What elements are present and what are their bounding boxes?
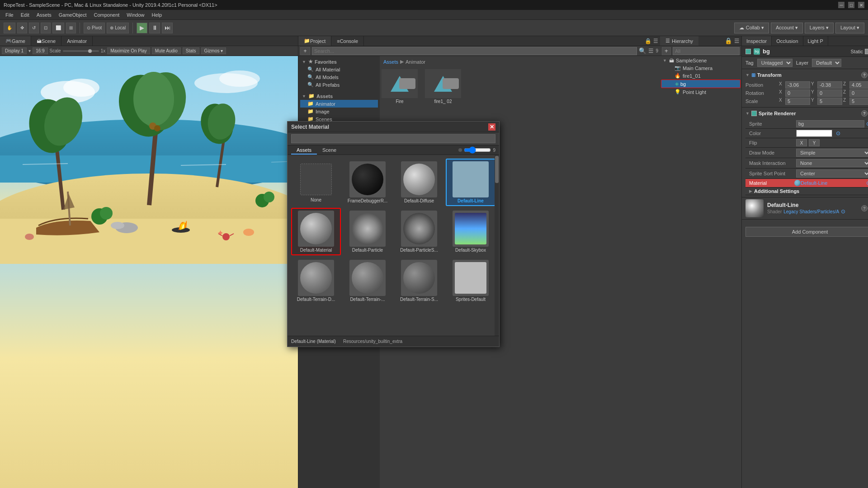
tab-inspector[interactable]: Inspector <box>742 36 772 46</box>
mat-item-terrain-s[interactable]: Default-Terrain-S... <box>394 257 444 305</box>
add-component-btn[interactable]: Add Component <box>745 227 868 237</box>
material-picker-icon[interactable]: ⊙ <box>866 180 868 186</box>
hier-item-bg[interactable]: ◈ bg <box>661 80 741 88</box>
modal-close-btn[interactable]: ✕ <box>488 123 495 131</box>
sprite-value[interactable]: bg <box>796 120 864 127</box>
scale-slider[interactable] <box>63 50 99 52</box>
flip-x-btn[interactable]: X <box>796 139 807 146</box>
static-checkbox[interactable] <box>865 49 868 54</box>
sprite-renderer-enable-checkbox[interactable] <box>751 111 757 116</box>
pause-btn[interactable]: ⏸ <box>149 23 160 33</box>
close-btn[interactable]: ✕ <box>858 2 864 8</box>
project-search-icon[interactable]: 🔍 <box>639 47 646 54</box>
layer-select[interactable]: Default <box>812 59 841 67</box>
rot-x-input[interactable] <box>785 89 810 97</box>
favorites-all-material[interactable]: 🔍 All Material <box>300 66 378 73</box>
tab-animator[interactable]: Animator <box>61 36 93 46</box>
mat-item-default-particles[interactable]: Default-ParticleS... <box>394 208 444 255</box>
tab-light[interactable]: Light P <box>803 36 828 46</box>
mat-item-terrain-d[interactable]: Default-Terrain-D... <box>291 257 341 305</box>
scale-y-input[interactable] <box>817 98 842 105</box>
mat-item-default-line[interactable]: Default-Line <box>446 159 495 206</box>
transform-tool-btn[interactable]: ⊞ <box>66 23 76 33</box>
color-swatch[interactable] <box>796 130 832 137</box>
modal-scrollbar[interactable] <box>495 155 499 336</box>
aspect-select[interactable]: 16:9 <box>33 47 47 54</box>
pos-x-input[interactable] <box>785 81 810 89</box>
transform-help-icon[interactable]: ? <box>861 72 868 78</box>
mat-item-framedebugger[interactable]: FrameDebuggerR... <box>343 159 392 206</box>
favorites-all-prefabs[interactable]: 🔍 All Prefabs <box>300 81 378 89</box>
hier-item-fire1-01[interactable]: 🔥 fire1_01 <box>661 72 741 80</box>
move-tool-btn[interactable]: ✥ <box>17 23 27 33</box>
mute-btn[interactable]: Mute Audio <box>152 47 181 54</box>
mat-item-default-diffuse[interactable]: Default-Diffuse <box>394 159 444 206</box>
stats-btn[interactable]: Stats <box>183 47 199 54</box>
asset-item-fire1-02[interactable]: fire1_ 02 <box>425 69 461 104</box>
rect-tool-btn[interactable]: ⬜ <box>52 23 64 33</box>
modal-tab-scene[interactable]: Scene <box>317 146 342 155</box>
mat-item-terrain-2[interactable]: Default-Terrain-... <box>343 257 392 305</box>
tag-select[interactable]: Untagged <box>757 59 793 67</box>
tab-console[interactable]: ≡ Console <box>331 36 364 46</box>
hier-menu-btn[interactable]: ☰ <box>734 38 740 44</box>
favorites-all-models[interactable]: 🔍 All Models <box>300 73 378 81</box>
menu-assets[interactable]: Assets <box>33 10 55 19</box>
scale-x-input[interactable] <box>785 98 810 105</box>
step-btn[interactable]: ⏭ <box>162 23 173 33</box>
display-select[interactable]: Display 1 <box>2 47 27 54</box>
hier-item-pointlight[interactable]: 💡 Point Light <box>661 88 741 96</box>
pos-y-input[interactable] <box>817 81 842 89</box>
modal-size-slider[interactable] <box>464 146 491 154</box>
mat-item-default-particle[interactable]: Default-Particle <box>343 208 392 255</box>
modal-tab-assets[interactable]: Assets <box>291 146 317 155</box>
layers-btn[interactable]: Layers ▾ <box>805 23 834 33</box>
minimize-btn[interactable]: ─ <box>838 2 844 8</box>
insp-active-checkbox[interactable] <box>745 49 751 54</box>
sprite-picker-icon[interactable]: ⊙ <box>866 121 868 127</box>
draw-mode-select[interactable]: Simple <box>796 149 868 157</box>
favorites-expand-icon[interactable]: ▼ <box>302 60 307 64</box>
menu-component[interactable]: Component <box>90 10 123 19</box>
hier-lock-btn[interactable]: 🔒 <box>725 38 732 44</box>
hier-item-maincamera[interactable]: 📷 Main Camera <box>661 64 741 72</box>
menu-help[interactable]: Help <box>148 10 165 19</box>
mask-select[interactable]: None <box>796 159 868 167</box>
menu-edit[interactable]: Edit <box>17 10 33 19</box>
play-btn[interactable]: ▶ <box>137 23 147 33</box>
pivot-btn[interactable]: ⊙ Pivot <box>84 23 105 33</box>
assets-expand-icon[interactable]: ▼ <box>302 94 307 99</box>
maximize-btn[interactable]: □ <box>848 2 854 8</box>
scale-z-input[interactable] <box>849 98 868 105</box>
rot-y-input[interactable] <box>817 89 842 97</box>
scale-tool-btn[interactable]: ⊡ <box>41 23 51 33</box>
color-picker-icon[interactable]: ⊙ <box>836 130 840 136</box>
hier-item-samplescene[interactable]: ▼ 🏔 SampleScene <box>661 57 741 64</box>
asset-item-fire[interactable]: Fire <box>382 69 418 104</box>
sort-select[interactable]: Center <box>796 169 868 178</box>
additional-settings-fold-icon[interactable]: ▶ <box>749 189 752 193</box>
collab-btn[interactable]: ☁ Collab ▾ <box>734 23 769 33</box>
hier-add-btn[interactable]: + <box>662 47 671 55</box>
maximize-btn[interactable]: Maximize On Play <box>107 47 150 54</box>
modal-search-input[interactable] <box>291 134 495 143</box>
assets-animator[interactable]: 📁 Animator <box>300 100 378 108</box>
mat-item-none[interactable]: None <box>291 159 341 206</box>
transform-fold-icon[interactable]: ▼ <box>745 73 750 77</box>
tab-game[interactable]: 🎮 Game <box>0 36 31 46</box>
mat-item-sprites-default[interactable]: Sprites-Default <box>446 257 495 305</box>
mat-item-default-material[interactable]: Default-Material <box>291 208 341 255</box>
material-value[interactable]: Default-Line <box>801 180 827 186</box>
assets-image[interactable]: 📁 Image <box>300 108 378 115</box>
project-search-input[interactable] <box>312 47 637 55</box>
layout-btn[interactable]: Layout ▾ <box>835 23 864 33</box>
tab-scene[interactable]: 🏔 Scene <box>31 36 61 46</box>
mat-item-default-skybox[interactable]: Default-Skybox <box>446 208 495 255</box>
menu-window[interactable]: Window <box>123 10 148 19</box>
hand-tool-btn[interactable]: ✋ <box>4 23 15 33</box>
local-btn[interactable]: ⊕ Local <box>107 23 129 33</box>
project-add-btn[interactable]: + <box>300 47 310 55</box>
gizmos-btn[interactable]: Gizmos ▾ <box>201 47 226 54</box>
project-filter-btn[interactable]: ☰ <box>648 47 654 54</box>
tab-occlusion[interactable]: Occlusion <box>772 36 803 46</box>
